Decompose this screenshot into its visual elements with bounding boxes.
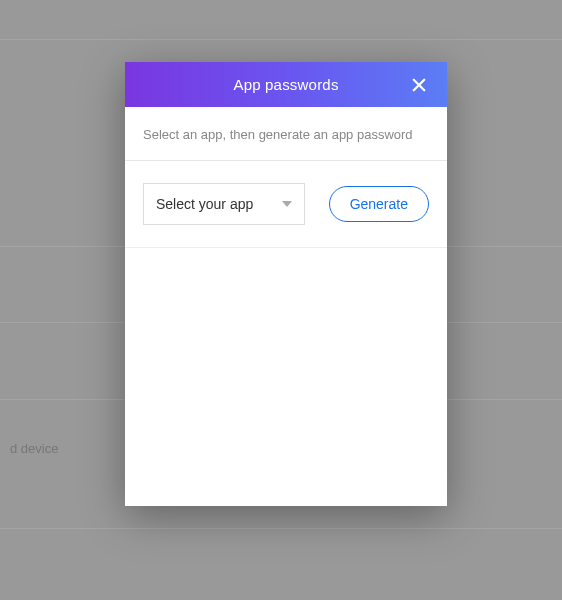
modal-title: App passwords [233, 76, 338, 93]
chevron-down-icon [282, 201, 292, 207]
app-passwords-modal: App passwords Select an app, then genera… [125, 62, 447, 506]
close-icon [410, 76, 428, 94]
modal-body: Select your app Generate [125, 161, 447, 248]
select-app-dropdown[interactable]: Select your app [143, 183, 305, 225]
generate-button[interactable]: Generate [329, 186, 429, 222]
modal-subtitle: Select an app, then generate an app pass… [125, 107, 447, 161]
select-app-label: Select your app [156, 196, 253, 212]
close-button[interactable] [399, 62, 439, 107]
modal-header: App passwords [125, 62, 447, 107]
background-text: d device [10, 441, 58, 456]
modal-spacer [125, 248, 447, 506]
generate-button-label: Generate [350, 196, 408, 212]
